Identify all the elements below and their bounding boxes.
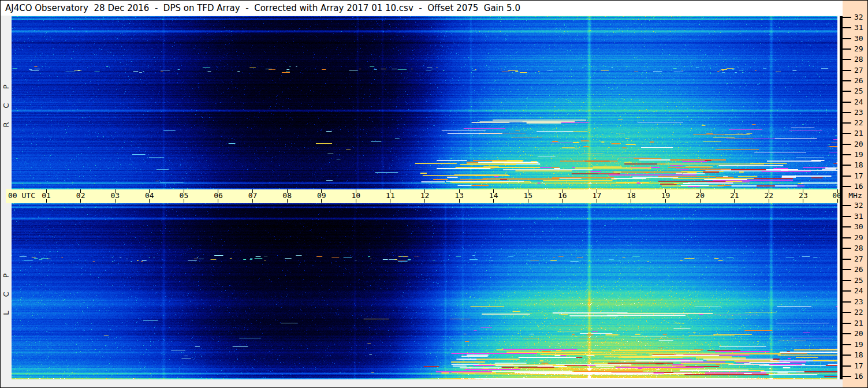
freq-label: 22 <box>854 308 863 316</box>
freq-tick <box>843 91 851 92</box>
freq-tick <box>843 48 851 50</box>
freq-tick <box>843 38 851 39</box>
freq-tick <box>843 226 851 227</box>
freq-label: 29 <box>854 44 863 53</box>
freq-label: 16 <box>854 182 863 191</box>
hour-label: 14 <box>484 191 504 200</box>
title-bar: AJ4CO Observatory 28 Dec 2016 - DPS on T… <box>1 1 843 16</box>
hour-tick <box>837 199 838 203</box>
lcp-spectrogram-canvas <box>12 203 837 379</box>
hour-label: 18 <box>621 191 641 200</box>
lcp-label-box: L C P <box>1 203 11 379</box>
freq-tick <box>843 27 851 28</box>
page-title: AJ4CO Observatory 28 Dec 2016 - DPS on T… <box>5 3 520 13</box>
freq-label: 18 <box>854 161 863 169</box>
hour-label: 06 <box>208 191 228 200</box>
freq-label: 28 <box>854 244 863 252</box>
freq-label: 21 <box>854 319 863 327</box>
freq-tick <box>843 154 851 155</box>
hour-label: 17 <box>587 191 606 200</box>
freq-tick <box>843 237 851 238</box>
freq-tick <box>843 122 851 124</box>
freq-tick <box>843 248 851 249</box>
rcp-spectrogram-canvas <box>12 16 837 189</box>
freq-tick <box>843 301 851 303</box>
freq-tick <box>843 259 851 260</box>
freq-label: 26 <box>854 265 863 274</box>
hour-label: 02 <box>71 191 91 200</box>
hour-label: 16 <box>553 191 572 200</box>
freq-tick <box>843 205 851 206</box>
freq-label: 19 <box>854 150 863 159</box>
hour-label: 04 <box>140 191 159 200</box>
freq-tick <box>843 280 851 281</box>
freq-tick <box>843 144 851 145</box>
hour-label: 21 <box>725 191 744 200</box>
hour-label: 03 <box>105 191 125 200</box>
rcp-label-box: R C P <box>1 16 11 189</box>
freq-label: 18 <box>854 350 863 359</box>
hour-label: 10 <box>346 191 366 200</box>
freq-label: 25 <box>854 276 863 285</box>
freq-label: 26 <box>854 76 863 85</box>
hour-label: 11 <box>381 191 400 200</box>
freq-tick <box>843 312 851 313</box>
hour-label: 12 <box>415 191 434 200</box>
freq-unit-label: MHz <box>843 191 867 200</box>
freq-label: 31 <box>854 212 863 221</box>
freq-label: 25 <box>854 87 863 95</box>
hour-label: 19 <box>656 191 676 200</box>
freq-label: 16 <box>854 372 863 380</box>
freq-tick <box>843 323 851 324</box>
hour-label: 08 <box>277 191 297 200</box>
hour-label: 09 <box>312 191 331 200</box>
freq-tick <box>843 376 851 377</box>
hour-label: 05 <box>174 191 193 200</box>
freq-label: 22 <box>854 118 863 127</box>
freq-tick <box>843 17 851 18</box>
hour-label: 15 <box>518 191 538 200</box>
freq-label: 28 <box>854 55 863 64</box>
hour-label: 20 <box>690 191 710 200</box>
hour-label: 07 <box>243 191 263 200</box>
rcp-polarization-label: R C P <box>2 79 10 127</box>
hour-label: 13 <box>449 191 469 200</box>
freq-tick <box>843 333 851 334</box>
hour-label: 01 <box>36 191 56 200</box>
freq-label: 32 <box>854 13 863 21</box>
freq-label: 31 <box>854 23 863 32</box>
freq-label: 23 <box>854 297 863 306</box>
app-frame: AJ4CO Observatory 28 Dec 2016 - DPS on T… <box>0 0 868 388</box>
freq-label: 30 <box>854 222 863 231</box>
freq-tick <box>843 133 851 134</box>
freq-tick <box>843 80 851 81</box>
hour-tick <box>837 189 838 193</box>
freq-tick <box>843 165 851 166</box>
freq-label: 21 <box>854 129 863 137</box>
freq-tick <box>843 216 851 217</box>
hour-label: 22 <box>759 191 778 200</box>
freq-tick <box>843 355 851 356</box>
lcp-polarization-label: L C P <box>2 267 10 315</box>
freq-tick <box>843 269 851 270</box>
freq-label: 20 <box>854 329 863 338</box>
freq-label: 32 <box>854 201 863 210</box>
freq-label: 24 <box>854 286 863 295</box>
freq-label: 20 <box>854 140 863 148</box>
freq-label: 30 <box>854 34 863 43</box>
freq-tick <box>843 70 851 71</box>
hour-label: 23 <box>794 191 813 200</box>
freq-label: 17 <box>854 361 863 370</box>
time-axis-start-label: 00 UTC <box>8 191 35 200</box>
freq-tick <box>843 344 851 345</box>
freq-label: 19 <box>854 340 863 349</box>
freq-label: 27 <box>854 255 863 263</box>
freq-label: 29 <box>854 233 863 242</box>
freq-label: 24 <box>854 98 863 106</box>
freq-tick <box>843 186 851 187</box>
freq-tick <box>843 102 851 103</box>
freq-label: 23 <box>854 108 863 117</box>
freq-tick <box>843 290 851 292</box>
freq-label: 27 <box>854 66 863 74</box>
freq-tick <box>843 112 851 113</box>
